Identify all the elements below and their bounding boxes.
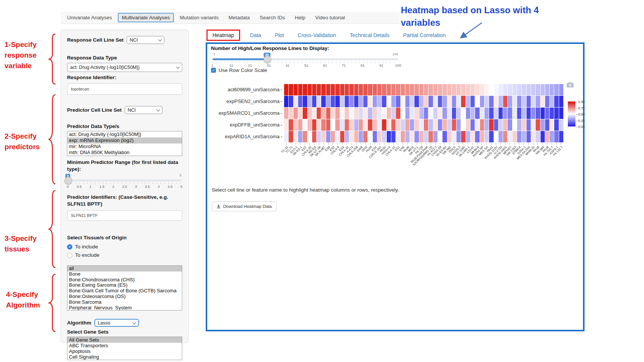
heatmap-cell-1-58[interactable] [554, 96, 558, 107]
heatmap-cell-0-56[interactable] [545, 84, 549, 95]
heatmap-cell-3-14[interactable] [349, 119, 353, 131]
heatmap-cell-3-10[interactable] [331, 119, 335, 131]
heatmap-cell-0-31[interactable] [428, 84, 433, 95]
heatmap-cell-4-49[interactable] [513, 131, 517, 142]
heatmap-cell-1-38[interactable] [461, 96, 465, 107]
heatmap-cell-3-49[interactable] [513, 119, 517, 131]
heatmap-cell-2-9[interactable] [326, 108, 330, 119]
heatmap-cell-0-22[interactable] [387, 84, 391, 95]
heatmap-cell-3-16[interactable] [359, 119, 363, 131]
heatmap-cell-1-26[interactable] [405, 96, 410, 107]
heatmap-cell-4-25[interactable] [401, 131, 405, 142]
heatmap-cell-2-38[interactable] [461, 108, 465, 119]
heatmap-cell-1-18[interactable] [368, 96, 372, 107]
heatmap-cell-1-15[interactable] [354, 96, 358, 107]
heatmap-cell-3-31[interactable] [428, 119, 433, 131]
nav-tab-help[interactable]: Help [291, 13, 309, 22]
heatmap-cell-0-10[interactable] [331, 84, 335, 95]
heatmap-cell-4-14[interactable] [349, 131, 353, 142]
heatmap-cell-1-42[interactable] [480, 96, 484, 107]
heatmap-cell-1-37[interactable] [456, 96, 461, 107]
heatmap-cell-0-5[interactable] [308, 84, 312, 95]
tab-cross-validation[interactable]: Cross-Validation [294, 30, 340, 40]
heatmap-cell-2-55[interactable] [541, 108, 545, 119]
heatmap-cell-3-55[interactable] [541, 119, 545, 131]
heatmap-cell-4-41[interactable] [475, 131, 479, 142]
heatmap-cell-3-27[interactable] [410, 119, 414, 131]
heatmap-cell-4-22[interactable] [387, 131, 391, 142]
heatmap-cell-1-1[interactable] [289, 96, 293, 107]
heatmap-cell-1-49[interactable] [513, 96, 517, 107]
heatmap-cell-3-11[interactable] [335, 119, 339, 131]
heatmap-cell-4-6[interactable] [312, 131, 316, 142]
heatmap-cell-1-2[interactable] [294, 96, 298, 107]
heatmap-cell-1-25[interactable] [401, 96, 405, 107]
heatmap-cell-1-59[interactable] [559, 96, 563, 107]
heatmap-cell-2-15[interactable] [354, 108, 358, 119]
heatmap-cell-0-44[interactable] [489, 84, 493, 95]
heatmap-cell-1-46[interactable] [499, 96, 503, 107]
heatmap-cell-0-25[interactable] [401, 84, 405, 95]
heatmap-cell-2-47[interactable] [503, 108, 507, 119]
heatmap-cell-2-52[interactable] [527, 108, 531, 119]
heatmap-cell-1-7[interactable] [317, 96, 321, 107]
heatmap-cell-0-9[interactable] [326, 84, 330, 95]
predictor-type-option-exp-mrna-expression-log2[interactable]: exp: mRNA Expression (log2) [67, 137, 182, 144]
heatmap-cell-1-50[interactable] [517, 96, 521, 107]
heatmap-cell-3-5[interactable] [308, 119, 312, 131]
heatmap-cell-2-3[interactable] [298, 108, 302, 119]
heatmap-cell-4-1[interactable] [289, 131, 293, 142]
algorithm-select[interactable]: Lasso [94, 319, 139, 327]
tissue-option-bone-sarcoma[interactable]: Bone:Sarcoma [67, 300, 182, 305]
heatmap-cell-3-40[interactable] [470, 119, 475, 131]
heatmap-cell-4-29[interactable] [419, 131, 424, 142]
heatmap-cell-3-47[interactable] [503, 119, 507, 131]
heatmap-cell-2-23[interactable] [391, 108, 395, 119]
heatmap-cell-4-35[interactable] [447, 131, 452, 142]
heatmap-cell-0-1[interactable] [289, 84, 293, 95]
heatmap-cell-3-42[interactable] [480, 119, 484, 131]
heatmap-cell-4-0[interactable] [284, 131, 288, 142]
heatmap-cell-4-58[interactable] [554, 131, 558, 142]
heatmap-cell-3-48[interactable] [508, 119, 512, 131]
heatmap-cell-2-56[interactable] [545, 108, 549, 119]
heatmap-cell-1-20[interactable] [377, 96, 381, 107]
heatmap-row-label-exparid1a-unisarcoma[interactable]: expARID1A_uniSarcoma [207, 131, 282, 142]
heatmap-cell-4-51[interactable] [522, 131, 526, 142]
heatmap-cell-2-37[interactable] [456, 108, 461, 119]
heatmap-cell-1-13[interactable] [345, 96, 349, 107]
heatmap-cell-2-54[interactable] [536, 108, 540, 119]
heatmap-cell-2-1[interactable] [289, 108, 293, 119]
heatmap-cell-1-32[interactable] [433, 96, 438, 107]
heatmap-cell-4-17[interactable] [363, 131, 367, 142]
heatmap-cell-3-45[interactable] [494, 119, 498, 131]
heatmap-cell-2-24[interactable] [396, 108, 400, 119]
heatmap-cell-3-22[interactable] [387, 119, 391, 131]
heatmap-cell-2-26[interactable] [405, 108, 410, 119]
heatmap-cell-3-7[interactable] [317, 119, 321, 131]
heatmap-cell-3-33[interactable] [438, 119, 442, 131]
heatmap-cell-3-39[interactable] [466, 119, 470, 131]
heatmap-cell-3-52[interactable] [527, 119, 531, 131]
heatmap-cell-1-47[interactable] [503, 96, 507, 107]
heatmap-cell-0-6[interactable] [312, 84, 316, 95]
download-heatmap-data-button[interactable]: Download Heatmap Data [212, 201, 277, 211]
heatmap-cell-4-7[interactable] [317, 131, 321, 142]
heatmap-cell-3-35[interactable] [447, 119, 452, 131]
heatmap-cell-4-9[interactable] [326, 131, 330, 142]
heatmap-cell-0-41[interactable] [475, 84, 479, 95]
predictor-type-option-act-drug-activity-log10-ic50m[interactable]: act: Drug Activity (-log10[IC50M]) [67, 131, 182, 137]
heatmap-cell-0-28[interactable] [414, 84, 419, 95]
heatmap-cell-0-40[interactable] [470, 84, 475, 95]
heatmap-cell-2-0[interactable] [284, 108, 288, 119]
heatmap-cell-2-13[interactable] [345, 108, 349, 119]
heatmap-cell-2-8[interactable] [321, 108, 325, 119]
heatmap-cell-0-59[interactable] [559, 84, 563, 95]
heatmap-cell-1-53[interactable] [531, 96, 535, 107]
heatmap-cell-4-27[interactable] [410, 131, 414, 142]
heatmap-cell-3-53[interactable] [531, 119, 535, 131]
heatmap-cell-1-55[interactable] [541, 96, 545, 107]
tissue-option-bone-ewing-sarcoma-es[interactable]: Bone:Ewing Sarcoma (ES) [67, 282, 182, 288]
heatmap-cell-3-43[interactable] [485, 119, 489, 131]
heatmap-cell-0-30[interactable] [424, 84, 428, 95]
